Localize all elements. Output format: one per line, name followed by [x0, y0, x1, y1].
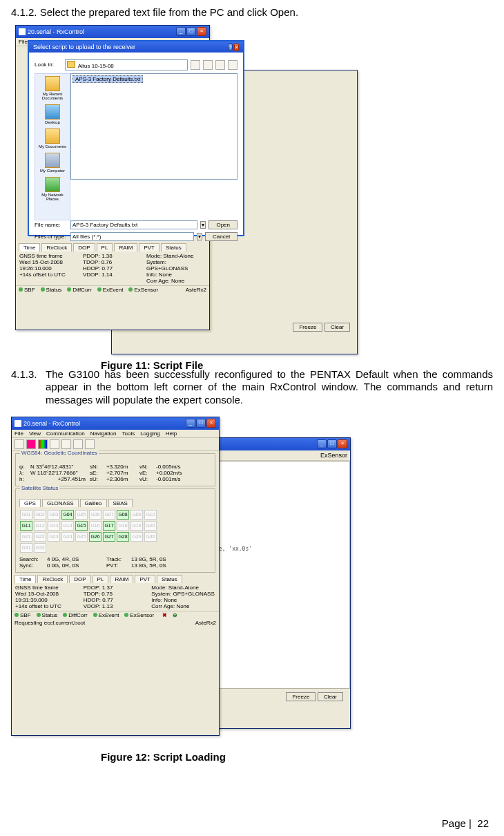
sat-G22[interactable]: G22	[34, 532, 46, 542]
tab-rxclock[interactable]: RxClock	[37, 575, 68, 583]
sat-G03[interactable]: G03	[48, 510, 60, 520]
su-value: +2.306m	[106, 476, 135, 482]
sat-tab-sbas[interactable]: SBAS	[108, 499, 133, 507]
freeze-button[interactable]: Freeze	[286, 692, 316, 701]
toolbar-icon[interactable]	[85, 439, 95, 449]
sat-G26[interactable]: G26	[89, 532, 101, 542]
sat-G27[interactable]: G27	[103, 532, 115, 542]
clear-button[interactable]: Clear	[318, 692, 343, 701]
sat-G12[interactable]: G12	[34, 521, 46, 531]
maximize-button[interactable]: □	[196, 419, 206, 428]
dialog-close-button[interactable]: ×	[234, 44, 239, 51]
tab-raim[interactable]: RAIM	[110, 575, 133, 583]
close-button[interactable]: ×	[197, 27, 206, 36]
nav-up-icon[interactable]	[203, 60, 213, 70]
sat-G02[interactable]: G02	[34, 510, 46, 520]
maximize-button[interactable]: □	[327, 439, 337, 448]
file-item[interactable]: APS-3 Factory Defaults.txt	[72, 75, 143, 83]
sat-G32[interactable]: G32	[34, 543, 46, 553]
sat-G04[interactable]: G04	[61, 510, 74, 520]
cancel-button[interactable]: Cancel	[205, 232, 238, 241]
help-button[interactable]: ?	[228, 44, 232, 51]
sat-tab-glonass[interactable]: GLONASS	[42, 499, 79, 507]
menu-view[interactable]: View	[29, 430, 41, 437]
sat-G14[interactable]: G14	[61, 521, 74, 531]
file-open-dialog: Select script to upload to the receiver …	[28, 40, 244, 236]
phi-value: N 33°46'12.4831"	[30, 464, 86, 470]
sat-G21[interactable]: G21	[20, 532, 32, 542]
sat-G08[interactable]: G08	[117, 510, 129, 520]
sat-G10[interactable]: G10	[144, 510, 157, 520]
place-network[interactable]: My Network Places	[37, 177, 68, 201]
filename-input[interactable]: APS-3 Factory Defaults.txt	[70, 220, 197, 229]
sat-G28[interactable]: G28	[117, 532, 129, 542]
toolbar-icon[interactable]	[61, 439, 71, 449]
place-desktop[interactable]: Desktop	[37, 104, 68, 124]
sat-G24[interactable]: G24	[61, 532, 74, 542]
track-label: Track:	[106, 556, 127, 562]
sat-tab-galileo[interactable]: Galileo	[80, 499, 107, 507]
tab-dop[interactable]: DOP	[69, 575, 90, 583]
sat-G29[interactable]: G29	[130, 532, 143, 542]
menu-help[interactable]: Help	[166, 430, 177, 437]
toolbar-icon[interactable]	[73, 439, 83, 449]
place-recent[interactable]: My Recent Documents	[37, 76, 68, 100]
freeze-button[interactable]: Freeze	[293, 323, 322, 332]
tab-pl[interactable]: PL	[93, 575, 109, 583]
menu-file[interactable]: File	[19, 39, 28, 45]
menu-nav[interactable]: Navigation	[90, 430, 117, 437]
sat-G20[interactable]: G20	[144, 521, 157, 531]
maximize-button[interactable]: □	[186, 27, 196, 36]
nav-back-icon[interactable]	[191, 60, 200, 70]
open-button[interactable]: Open	[209, 220, 238, 229]
tab-pvt[interactable]: PVT	[135, 575, 155, 583]
toolbar-icon[interactable]	[14, 439, 24, 449]
sat-G19[interactable]: G19	[130, 521, 143, 531]
lookin-combo[interactable]: Altus 10-15-08	[65, 59, 188, 70]
file-pane[interactable]: APS-3 Factory Defaults.txt	[70, 73, 238, 180]
sat-G13[interactable]: G13	[48, 521, 60, 531]
minimize-button[interactable]: _	[176, 27, 186, 36]
sat-G06[interactable]: G06	[89, 510, 101, 520]
minimize-button[interactable]: _	[186, 419, 195, 428]
combo-arrow-icon[interactable]: ▾	[197, 233, 202, 240]
close-button[interactable]: ×	[206, 419, 216, 428]
sat-G01[interactable]: G01	[20, 510, 32, 520]
nav-view-icon[interactable]	[228, 60, 238, 70]
sat-G05[interactable]: G05	[75, 510, 88, 520]
sat-G16[interactable]: G16	[89, 521, 101, 531]
menu-file[interactable]: File	[14, 430, 23, 437]
status-dot-icon	[128, 287, 133, 292]
sat-G30[interactable]: G30	[144, 532, 157, 542]
place-mycomp[interactable]: My Computer	[37, 153, 68, 173]
sat-G23[interactable]: G23	[48, 532, 60, 542]
sat-G11[interactable]: G11	[20, 521, 32, 531]
sat-G07[interactable]: G07	[103, 510, 115, 520]
menu-comm[interactable]: Communication	[46, 430, 85, 437]
place-mydocs[interactable]: My Documents	[37, 129, 68, 149]
clear-button[interactable]: Clear	[324, 323, 350, 332]
toolbar-icon[interactable]	[38, 439, 48, 449]
stop-icon[interactable]: ✖	[162, 612, 167, 618]
folder-icon	[45, 76, 60, 91]
close-button[interactable]: ×	[338, 439, 347, 448]
toolbar-icon[interactable]	[26, 439, 36, 449]
tab-status[interactable]: Status	[157, 575, 182, 583]
sat-tab-gps[interactable]: GPS	[19, 499, 41, 507]
filetype-combo[interactable]: All files (*.*)	[70, 232, 194, 241]
nav-newfolder-icon[interactable]	[215, 60, 225, 70]
sat-G18[interactable]: G18	[117, 521, 129, 531]
sat-G25[interactable]: G25	[75, 532, 88, 542]
menu-tools[interactable]: Tools	[122, 430, 135, 437]
sat-G17[interactable]: G17	[103, 521, 115, 531]
tab-time[interactable]: Time	[14, 575, 36, 583]
window-title: 20.serial - RxControl	[28, 28, 176, 35]
sat-G15[interactable]: G15	[75, 521, 88, 531]
sat-G31[interactable]: G31	[20, 543, 32, 553]
add-icon[interactable]: ⊕	[173, 612, 177, 618]
minimize-button[interactable]: _	[317, 439, 327, 448]
toolbar-icon[interactable]	[50, 439, 59, 449]
menu-logging[interactable]: Logging	[140, 430, 159, 437]
sat-G09[interactable]: G09	[130, 510, 143, 520]
combo-arrow-icon[interactable]: ▾	[200, 221, 206, 229]
